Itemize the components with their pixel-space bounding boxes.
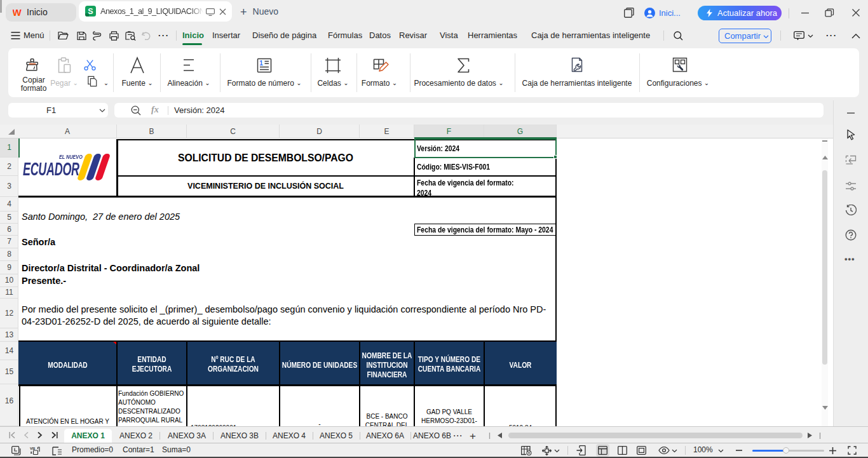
svg-text:S: S xyxy=(88,7,93,16)
svg-text:1: 1 xyxy=(259,60,263,67)
svg-text:VB: VB xyxy=(30,447,36,450)
svg-text:W: W xyxy=(13,8,22,17)
